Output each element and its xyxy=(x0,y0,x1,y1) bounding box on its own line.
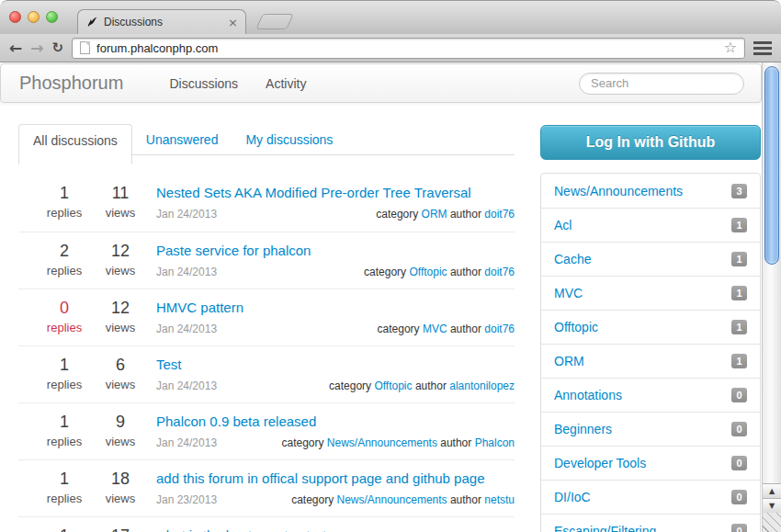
sidebar-category-link[interactable]: Developer Tools xyxy=(554,456,646,470)
category-row[interactable]: News/Announcements 3 xyxy=(541,174,760,208)
site-brand[interactable]: Phosphorum xyxy=(1,73,141,94)
sidebar-category-link[interactable]: ORM xyxy=(554,354,584,368)
discussion-title-link[interactable]: add this forum in offical support page a… xyxy=(156,470,515,488)
category-count-badge: 1 xyxy=(731,354,747,368)
resize-grip-icon[interactable] xyxy=(763,513,781,532)
category-label: category xyxy=(281,436,323,449)
category-row[interactable]: Offtopic 1 xyxy=(541,310,760,344)
new-tab-button[interactable] xyxy=(255,14,294,29)
discussion-row: 0 replies 12 views HMVC pattern Jan 24/2… xyxy=(18,289,515,345)
nav-link-discussions[interactable]: Discussions xyxy=(169,76,238,91)
author-link[interactable]: alantonilopez xyxy=(449,379,515,392)
category-row[interactable]: ORM 1 xyxy=(541,344,760,378)
category-link[interactable]: News/Announcements xyxy=(327,436,437,449)
category-link[interactable]: Offtopic xyxy=(374,379,412,392)
category-link[interactable]: News/Announcements xyxy=(337,493,447,506)
discussion-meta: category ORM author doit76 xyxy=(376,208,515,221)
search-input[interactable] xyxy=(579,73,744,95)
url-text[interactable]: forum.phalconphp.com xyxy=(96,41,718,55)
site-navbar: Phosphorum DiscussionsActivity xyxy=(0,63,762,103)
reload-icon[interactable]: ↻ xyxy=(52,41,64,55)
author-link[interactable]: doit76 xyxy=(484,323,515,335)
author-label: author xyxy=(450,323,481,335)
sidebar-category-link[interactable]: Beginners xyxy=(554,422,612,436)
discussion-date: Jan 23/2013 xyxy=(156,493,217,506)
views-cell: 6 views xyxy=(93,356,148,402)
sidebar-category-link[interactable]: News/Announcements xyxy=(554,184,683,198)
window-controls xyxy=(9,11,58,23)
close-window-button[interactable] xyxy=(9,11,21,23)
author-link[interactable]: Phalcon xyxy=(475,436,515,449)
sidebar-category-link[interactable]: Offtopic xyxy=(554,320,598,334)
category-list: News/Announcements 3 Acl 1 Cache 1 MVC 1… xyxy=(540,173,761,532)
category-row[interactable]: Annotations 0 xyxy=(541,378,760,412)
scroll-up-icon[interactable]: ▲ xyxy=(763,483,781,498)
views-count: 17 xyxy=(93,526,148,532)
scrollbar-thumb[interactable] xyxy=(764,66,779,265)
bookmark-star-icon[interactable]: ☆ xyxy=(724,40,737,55)
discussion-body: HMVC pattern Jan 24/2013 category MVC au… xyxy=(156,299,515,345)
address-bar[interactable]: forum.phalconphp.com ☆ xyxy=(72,38,745,59)
category-link[interactable]: ORM xyxy=(422,208,447,221)
category-row[interactable]: Cache 1 xyxy=(541,242,760,276)
author-link[interactable]: netstu xyxy=(484,493,515,506)
browser-menu-icon[interactable] xyxy=(753,41,772,55)
discussion-body: Nested Sets AKA Modified Pre-order Tree … xyxy=(156,184,515,232)
views-count: 12 xyxy=(93,299,148,317)
views-cell: 12 views xyxy=(93,242,148,289)
category-count-badge: 1 xyxy=(731,320,747,334)
replies-label: replies xyxy=(37,264,92,277)
views-label: views xyxy=(93,378,148,391)
forward-arrow-icon[interactable]: → xyxy=(30,40,43,56)
tab-all-discussions[interactable]: All discussions xyxy=(18,124,132,164)
tab-unanswered[interactable]: Unanswered xyxy=(132,124,232,155)
author-link[interactable]: doit76 xyxy=(484,266,515,278)
back-arrow-icon[interactable]: ← xyxy=(9,40,22,56)
discussion-title-link[interactable]: Phalcon 0.9 beta released xyxy=(156,413,515,431)
scroll-down-icon[interactable]: ▼ xyxy=(763,498,781,513)
discussion-title-link[interactable]: HMVC pattern xyxy=(156,299,515,317)
category-link[interactable]: Offtopic xyxy=(409,266,447,278)
category-row[interactable]: Developer Tools 0 xyxy=(541,446,760,480)
discussion-meta-row: Jan 24/2013 category MVC author doit76 xyxy=(156,323,515,335)
scrollbar-buttons: ▲ ▼ xyxy=(763,483,781,513)
sidebar-category-link[interactable]: Escaping/Filtering xyxy=(554,524,656,532)
minimize-window-button[interactable] xyxy=(28,11,40,23)
category-row[interactable]: Escaping/Filtering 0 xyxy=(541,514,760,532)
replies-count: 1 xyxy=(37,526,92,532)
replies-count: 0 xyxy=(37,299,92,317)
login-github-button[interactable]: Log In with Github xyxy=(540,125,761,160)
discussion-body: add this forum in offical support page a… xyxy=(156,470,515,516)
tab-my-discussions[interactable]: My discussions xyxy=(232,124,346,155)
category-row[interactable]: MVC 1 xyxy=(541,276,760,310)
replies-label: replies xyxy=(37,321,92,334)
category-row[interactable]: DI/IoC 0 xyxy=(541,480,760,514)
discussion-body: Test Jan 24/2013 category Offtopic autho… xyxy=(156,356,515,402)
category-row[interactable]: Acl 1 xyxy=(541,208,760,242)
sidebar-category-link[interactable]: Cache xyxy=(554,252,591,266)
author-label: author xyxy=(450,266,481,278)
discussion-title-link[interactable]: what is the best way to start xyxy=(156,526,515,532)
browser-titlebar: Discussions × xyxy=(0,0,781,34)
tab-close-icon[interactable]: × xyxy=(228,16,238,29)
category-count-badge: 0 xyxy=(731,524,747,532)
discussion-title-link[interactable]: Nested Sets AKA Modified Pre-order Tree … xyxy=(156,184,515,202)
vertical-scrollbar[interactable]: ▲ ▼ xyxy=(762,62,781,532)
category-link[interactable]: MVC xyxy=(423,323,447,335)
discussion-row: 1 replies 11 views Nested Sets AKA Modif… xyxy=(18,175,515,232)
sidebar-category-link[interactable]: Acl xyxy=(554,218,572,232)
discussion-title-link[interactable]: Paste service for phalcon xyxy=(156,242,515,260)
views-label: views xyxy=(93,435,148,448)
replies-cell: 0 replies xyxy=(37,299,92,345)
sidebar-category-link[interactable]: Annotations xyxy=(554,388,622,402)
sidebar-category-link[interactable]: DI/IoC xyxy=(554,490,591,504)
nav-link-activity[interactable]: Activity xyxy=(266,76,306,91)
zoom-window-button[interactable] xyxy=(46,11,58,23)
discussion-title-link[interactable]: Test xyxy=(156,356,515,374)
sidebar-category-link[interactable]: MVC xyxy=(554,286,583,300)
category-label: category xyxy=(378,323,420,335)
category-row[interactable]: Beginners 0 xyxy=(541,412,760,446)
author-link[interactable]: doit76 xyxy=(484,208,515,221)
browser-tab[interactable]: Discussions × xyxy=(77,9,246,34)
views-cell: 17 views xyxy=(93,526,148,532)
